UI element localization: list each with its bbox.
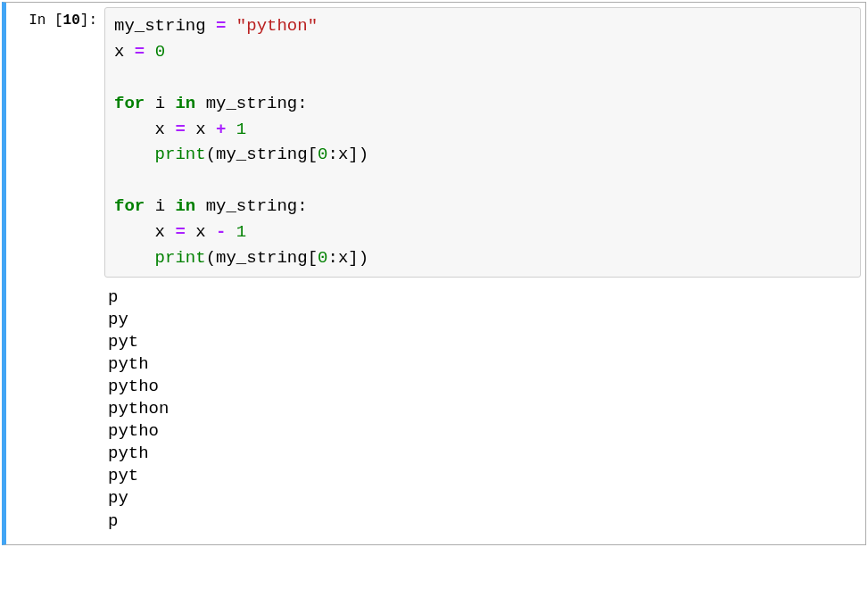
code-token: x <box>155 120 165 139</box>
code-token <box>145 94 154 113</box>
code-token: print <box>155 145 206 164</box>
code-token: 0 <box>318 248 327 268</box>
code-token <box>195 196 205 216</box>
code-token: 0 <box>318 145 327 164</box>
code-token: : <box>297 94 307 113</box>
code-token: 1 <box>236 120 246 139</box>
code-token <box>114 170 155 190</box>
code-token <box>206 16 216 36</box>
code-token <box>165 120 175 139</box>
code-token: ) <box>359 248 368 268</box>
notebook-cell: In [10]: my_string = "python" x = 0 for … <box>2 2 866 545</box>
code-token: for <box>114 94 145 113</box>
code-token <box>226 222 236 242</box>
code-token: print <box>155 248 206 268</box>
code-token <box>165 196 175 216</box>
cell-content: my_string = "python" x = 0 for i in my_s… <box>104 7 861 540</box>
prompt-label: In [10]: <box>29 12 97 29</box>
code-token <box>114 145 155 164</box>
code-token: = <box>216 16 226 36</box>
code-token: in <box>175 94 195 113</box>
cell-output: p py pyt pyth pytho python pytho pyth py… <box>104 278 861 540</box>
code-token: - <box>216 222 226 242</box>
code-token: : <box>327 248 337 268</box>
code-token: ( <box>206 145 216 164</box>
code-token: my_string <box>114 16 206 36</box>
code-token <box>195 94 205 113</box>
code-token: : <box>327 145 337 164</box>
code-token <box>145 42 154 62</box>
code-token: my_string <box>206 196 298 216</box>
code-token: = <box>135 42 145 62</box>
code-token <box>165 222 175 242</box>
code-token: ] <box>348 248 358 268</box>
code-token <box>206 222 216 242</box>
code-token: my_string <box>216 248 308 268</box>
code-token: x <box>155 222 165 242</box>
code-token: ( <box>206 248 216 268</box>
code-token: : <box>297 196 307 216</box>
code-token: my_string <box>206 94 298 113</box>
code-token <box>226 16 236 36</box>
code-token: for <box>114 196 145 216</box>
code-token: i <box>155 94 165 113</box>
code-input-area[interactable]: my_string = "python" x = 0 for i in my_s… <box>104 7 861 278</box>
code-token: x <box>338 145 348 164</box>
code-token <box>124 42 134 62</box>
code-token <box>114 248 155 268</box>
code-token: = <box>175 120 185 139</box>
code-token: x <box>338 248 348 268</box>
code-token: in <box>175 196 195 216</box>
input-prompt: In [10]: <box>6 7 104 540</box>
code-token: ] <box>348 145 358 164</box>
code-token: = <box>175 222 185 242</box>
code-token <box>186 120 195 139</box>
code-token: i <box>155 196 165 216</box>
code-token <box>114 222 155 242</box>
code-token: 1 <box>236 222 246 242</box>
code-token: [ <box>308 248 318 268</box>
code-token: "python" <box>236 16 318 36</box>
code-token <box>226 120 236 139</box>
code-token: 0 <box>155 42 165 62</box>
code-token: x <box>195 120 205 139</box>
code-token <box>206 120 216 139</box>
code-token <box>186 222 195 242</box>
code-token: my_string <box>216 145 308 164</box>
code-token <box>165 94 175 113</box>
code-token: ) <box>359 145 368 164</box>
code-token <box>145 196 154 216</box>
code-token: x <box>114 42 124 62</box>
code-token: [ <box>308 145 318 164</box>
code-token: x <box>195 222 205 242</box>
code-token: + <box>216 120 226 139</box>
code-token <box>114 120 155 139</box>
